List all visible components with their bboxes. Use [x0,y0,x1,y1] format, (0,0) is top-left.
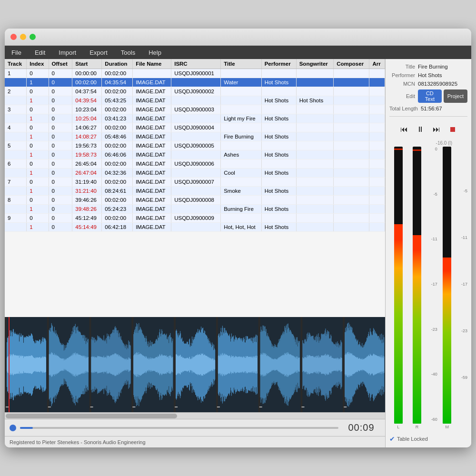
table-cell [5,114,27,123]
table-cell: Burning Fire [221,205,261,214]
menu-edit[interactable]: Edit [32,48,48,57]
scale-17: -17 [431,282,437,287]
table-cell: IMAGE.DAT [133,214,171,223]
scale-11: -11 [431,237,437,241]
table-cell: IMAGE.DAT [133,114,171,123]
edit-buttons: CD Text Project [418,89,467,103]
progress-bar[interactable] [20,427,338,429]
scrollbar[interactable] [5,412,385,419]
table-row[interactable]: 20004:37:5400:02:00IMAGE.DATUSQDJ0900002 [5,87,385,96]
table-cell: 3 [5,105,27,114]
menu-import[interactable]: Import [56,48,79,57]
table-cell: Smoke [221,187,261,196]
menu-export[interactable]: Export [87,48,110,57]
table-cell: 0 [49,105,72,114]
table-cell [261,123,296,132]
table-cell [5,169,27,178]
table-row[interactable]: 60026:45:0400:02:00IMAGE.DATUSQDJ0900006 [5,159,385,169]
table-cell: 0 [49,187,72,196]
table-cell: 9 [5,214,27,223]
scrollbar-thumb[interactable] [6,414,177,418]
track-table-container[interactable]: Track Index Offset Start Duration File N… [5,59,385,317]
table-row[interactable]: 80039:46:2600:02:00IMAGE.DATUSQDJ0900008 [5,196,385,205]
table-cell [369,187,385,196]
table-cell: IMAGE.DAT [133,150,171,159]
table-cell [369,141,385,150]
table-cell: 0 [49,205,72,214]
table-cell [171,78,221,87]
table-cell: Hot Shots [261,223,296,232]
table-cell: Hot Shots [261,132,296,141]
table-cell: 0 [49,123,72,132]
meter-left: L [389,147,407,429]
maximize-button[interactable] [30,34,36,40]
table-cell: IMAGE.DAT [133,87,171,96]
table-cell: 0 [27,214,49,223]
table-row[interactable]: 1014:08:2705:48:46IMAGE.DATFire BurningH… [5,132,385,141]
table-cell [296,150,334,159]
lock-check-icon: ✔ [389,435,395,443]
cdtext-button[interactable]: CD Text [418,89,442,103]
table-cell: 0 [49,178,72,187]
table-cell [334,96,369,105]
table-cell: 00:02:00 [72,78,102,87]
title-value: Fire Burning [418,64,448,69]
minimize-button[interactable] [20,34,26,40]
peak-indicator: -16.0 (l) [389,140,452,146]
table-cell [334,114,369,123]
waveform-display[interactable] [5,317,385,412]
table-row[interactable]: 40014:06:2700:02:00IMAGE.DATUSQDJ0900004 [5,123,385,132]
pause-button[interactable]: ⏸ [415,124,426,135]
project-button[interactable]: Project [444,89,467,103]
table-cell: 0 [49,196,72,205]
table-cell: 1 [27,187,49,196]
menu-help[interactable]: Help [146,48,164,57]
table-cell [334,223,369,232]
table-cell [221,123,261,132]
table-row[interactable]: 1004:39:5405:43:25IMAGE.DATHot ShotsHot … [5,96,385,105]
table-row[interactable]: 90045:12:4900:02:00IMAGE.DATUSQDJ0900009 [5,214,385,223]
playhead-indicator [10,425,16,431]
table-cell [296,159,334,169]
table-row[interactable]: 1039:48:2605:24:23IMAGE.DATBurning FireH… [5,205,385,214]
table-cell: 31:21:40 [72,187,102,196]
table-row[interactable]: 10000:00:0000:02:00USQDJ0900001 [5,69,385,78]
table-cell: 10:23:04 [72,105,102,114]
table-row[interactable]: 70031:19:4000:02:00IMAGE.DATUSQDJ0900007 [5,178,385,187]
table-cell: IMAGE.DAT [133,78,171,87]
table-row[interactable]: 1026:47:0404:32:36IMAGE.DATCoolHot Shots [5,169,385,178]
table-cell [369,205,385,214]
table-cell [296,196,334,205]
menu-file[interactable]: File [9,48,24,57]
table-cell [296,205,334,214]
table-row[interactable]: 1031:21:4008:24:61IMAGE.DATSmokeHot Shot… [5,187,385,196]
table-cell: 00:02:00 [102,196,133,205]
table-row[interactable]: 50019:56:7300:02:00IMAGE.DATUSQDJ0900005 [5,141,385,150]
table-row[interactable]: 30010:23:0400:02:00IMAGE.DATUSQDJ0900003 [5,105,385,114]
table-cell: IMAGE.DAT [133,141,171,150]
table-cell [5,205,27,214]
table-cell: 0 [27,196,49,205]
table-row[interactable]: 1000:02:0004:35:54IMAGE.DATWaterHot Shot… [5,78,385,87]
table-cell: 05:48:46 [102,132,133,141]
table-cell: 00:02:00 [102,105,133,114]
table-cell: 0 [49,141,72,150]
forward-button[interactable]: ⏭ [431,124,442,135]
menu-tools[interactable]: Tools [118,48,138,57]
table-cell: 04:35:54 [102,78,133,87]
table-cell: 0 [49,169,72,178]
table-cell [171,187,221,196]
meter-right-bar [413,147,421,424]
table-row[interactable]: 1010:25:0403:41:23IMAGE.DATLight my Fire… [5,114,385,123]
table-cell: IMAGE.DAT [133,187,171,196]
stop-button[interactable]: ⏹ [447,124,458,135]
table-cell: Light my Fire [221,114,261,123]
meter-scale: 0 -5 -11 -17 -23 -40 -60 [427,147,437,429]
table-row[interactable]: 1045:14:4906:42:18IMAGE.DATHot, Hot, Hot… [5,223,385,232]
rewind-button[interactable]: ⏮ [398,124,410,135]
table-cell: 0 [49,159,72,169]
table-cell: 1 [27,169,49,178]
table-row[interactable]: 1019:58:7306:46:06IMAGE.DATAshesHot Shot… [5,150,385,159]
table-cell [296,78,334,87]
close-button[interactable] [10,34,17,40]
